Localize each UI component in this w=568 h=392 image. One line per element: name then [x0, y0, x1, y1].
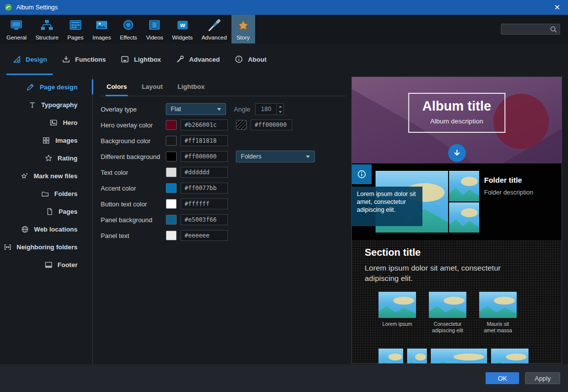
- sidebar-item-pages[interactable]: Pages: [0, 202, 92, 220]
- tab-advanced[interactable]: Advanced: [168, 43, 227, 75]
- toolbar-item-label: General: [6, 35, 27, 40]
- hex-color-input[interactable]: [181, 151, 228, 162]
- panel-text-row: Panel text: [101, 228, 346, 243]
- info-icon: [234, 55, 243, 64]
- toolbar-item-advanced[interactable]: Advanced: [197, 15, 231, 43]
- color-swatch[interactable]: [166, 136, 177, 146]
- color-swatch[interactable]: [166, 215, 177, 225]
- lightbox-icon: [120, 55, 129, 64]
- search-input[interactable]: [504, 26, 550, 33]
- form-tabs: Colors Layout Lightbox: [101, 83, 346, 96]
- hex-color-input[interactable]: [181, 230, 228, 241]
- chevron-down-icon: [217, 108, 221, 111]
- form-tab-colors[interactable]: Colors: [107, 83, 127, 96]
- hex-color-input[interactable]: [251, 119, 292, 130]
- form-tab-layout[interactable]: Layout: [142, 83, 163, 96]
- form-rows: Overlay type Flat Angle 180: [101, 96, 346, 243]
- color-swatch[interactable]: [166, 183, 177, 193]
- content: Page design Typography Hero: [0, 75, 568, 364]
- form-tab-lightbox[interactable]: Lightbox: [178, 83, 205, 96]
- sidebar-item-label: Folders: [54, 190, 77, 197]
- sidebar-item-label: Hero: [63, 119, 77, 126]
- field-label: Text color: [101, 169, 166, 176]
- sidebar-item-page-design[interactable]: Page design: [0, 78, 92, 96]
- preview-area: Album title Album description: [346, 75, 568, 364]
- spinner-up-button[interactable]: [277, 104, 283, 109]
- hex-color-input[interactable]: [181, 135, 228, 146]
- tab-label: Lightbox: [134, 56, 161, 63]
- widgets-icon: w: [175, 18, 190, 33]
- search-box[interactable]: [501, 24, 560, 35]
- hex-color-input[interactable]: [181, 119, 228, 130]
- sidebar-item-label: Images: [55, 137, 77, 144]
- color-swatch[interactable]: [166, 167, 177, 177]
- folder-icon: [41, 190, 49, 198]
- sidebar-item-folders[interactable]: Folders: [0, 185, 92, 202]
- thumbnail-caption: Mauris sit amet massa: [482, 321, 514, 334]
- album-settings-window: Album Settings ✕ General Structure: [0, 0, 568, 392]
- color-swatch[interactable]: [166, 199, 177, 209]
- apply-button[interactable]: Apply: [525, 372, 560, 384]
- thumbnail-caption: Lorem ipsum: [381, 321, 413, 328]
- lens-icon: [121, 18, 136, 33]
- sidebar-item-mark-new-files[interactable]: Mark new files: [0, 167, 92, 185]
- hex-color-input[interactable]: [181, 214, 228, 225]
- toolbar-item-label: Pages: [68, 35, 84, 40]
- tab-functions[interactable]: Functions: [54, 43, 113, 75]
- hex-color-input[interactable]: [181, 183, 228, 194]
- tab-label: About: [248, 56, 266, 63]
- album-title-box: Album title Album description: [408, 93, 506, 133]
- toolbar-item-story[interactable]: Story: [231, 15, 255, 43]
- toolbar-item-widgets[interactable]: w Widgets: [168, 15, 197, 43]
- hero-overlay-color-row: Hero overlay color: [101, 117, 346, 133]
- transparent-color-swatch[interactable]: [236, 120, 247, 130]
- thumbnail-caption: Consectetur adipiscing elit: [432, 321, 463, 334]
- globe-icon: [21, 225, 29, 234]
- sidebar-item-typography[interactable]: Typography: [0, 96, 92, 114]
- color-swatch[interactable]: [166, 120, 177, 130]
- spinner-value: 180: [256, 104, 276, 115]
- field-label: Overlay type: [101, 106, 166, 113]
- toolbar-item-structure[interactable]: Structure: [31, 15, 63, 43]
- spinner-down-button[interactable]: [277, 109, 283, 115]
- toolbar-item-general[interactable]: General: [2, 15, 31, 43]
- different-background-row: Different background Folders: [101, 149, 346, 164]
- hex-color-input[interactable]: [181, 167, 228, 178]
- sidebar-item-neighboring-folders[interactable]: Neighboring folders: [0, 238, 92, 256]
- sidebar-item-hero[interactable]: Hero: [0, 114, 92, 131]
- thumbnail-image: [379, 349, 403, 364]
- set-square-icon: [12, 55, 21, 64]
- toolbar-item-effects[interactable]: Effects: [115, 15, 142, 43]
- sidebar-item-images[interactable]: Images: [0, 131, 92, 149]
- tab-about[interactable]: About: [227, 43, 274, 75]
- tab-lightbox[interactable]: Lightbox: [113, 43, 168, 75]
- button-text-color-row: Button text color: [101, 196, 346, 212]
- dropdown-value: Folders: [241, 153, 262, 160]
- window-title: Album Settings: [16, 4, 58, 11]
- thumbnail-image: [407, 349, 427, 364]
- sidebar-item-footer[interactable]: Footer: [0, 256, 92, 274]
- toolbar-item-videos[interactable]: Videos: [142, 15, 168, 43]
- toolbar-item-images[interactable]: Images: [88, 15, 115, 43]
- sidebar-item-web-locations[interactable]: Web locations: [0, 220, 92, 238]
- preview-section: Section title Lorem ipsum dolor sit amet…: [352, 240, 562, 364]
- angle-spinner[interactable]: 180: [255, 103, 284, 115]
- thumbnail-item: Mauris sit amet massa: [479, 292, 517, 334]
- album-preview[interactable]: Album title Album description: [351, 77, 562, 364]
- preview-hero: Album title Album description: [352, 77, 562, 163]
- close-button[interactable]: ✕: [546, 0, 568, 15]
- color-swatch[interactable]: [166, 231, 177, 240]
- color-swatch[interactable]: [166, 152, 177, 161]
- overlay-type-dropdown[interactable]: Flat: [166, 103, 226, 115]
- different-background-dropdown[interactable]: Folders: [236, 151, 315, 162]
- toolbar-item-pages[interactable]: Pages: [63, 15, 88, 43]
- toolbar-item-label: Widgets: [172, 35, 193, 40]
- ok-button[interactable]: OK: [486, 372, 520, 384]
- hex-color-input[interactable]: [181, 198, 228, 209]
- sidebar-item-rating[interactable]: Rating: [0, 149, 92, 167]
- screwdriver-icon: [207, 18, 222, 33]
- toolbar-item-label: Images: [92, 35, 111, 40]
- thumbnail-image: [429, 292, 466, 318]
- main-toolbar: General Structure Pages: [0, 15, 568, 43]
- tab-design[interactable]: Design: [5, 43, 54, 75]
